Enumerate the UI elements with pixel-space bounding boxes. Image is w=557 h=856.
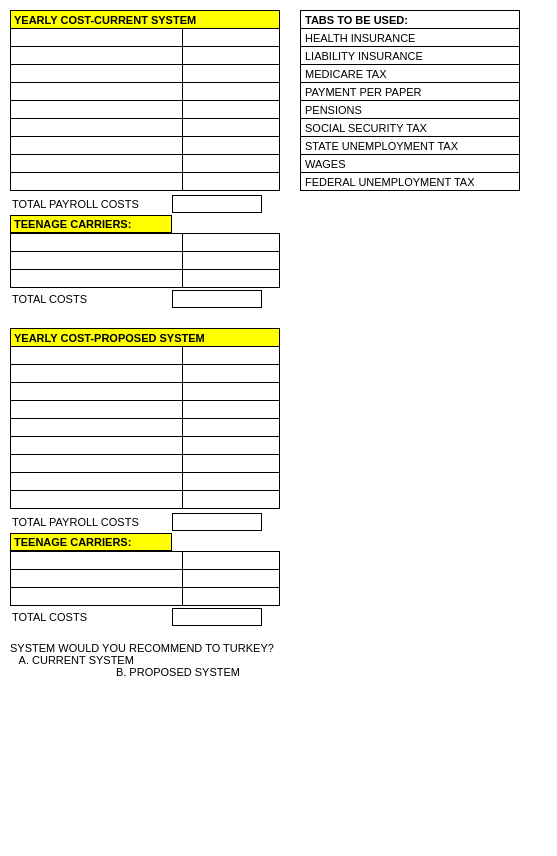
total-payroll-row: TOTAL PAYROLL COSTS <box>10 195 280 213</box>
row-value[interactable] <box>183 234 280 252</box>
table-row <box>11 29 280 47</box>
row-label <box>11 383 183 401</box>
row-value[interactable] <box>183 570 280 588</box>
row-value[interactable] <box>183 419 280 437</box>
row-value[interactable] <box>183 101 280 119</box>
total-costs-value-current[interactable] <box>172 290 262 308</box>
row-value[interactable] <box>183 155 280 173</box>
row-label <box>11 347 183 365</box>
table-row <box>11 155 280 173</box>
row-label <box>11 173 183 191</box>
row-label <box>11 65 183 83</box>
bottom-section: SYSTEM WOULD YOU RECOMMEND TO TURKEY? A.… <box>10 642 280 678</box>
list-item: FEDERAL UNEMPLOYMENT TAX <box>301 173 520 191</box>
row-label <box>11 29 183 47</box>
section-current-system: YEARLY COST-CURRENT SYSTEM TOTAL PAYROLL <box>10 10 280 308</box>
table-row <box>11 473 280 491</box>
row-value[interactable] <box>183 173 280 191</box>
row-label <box>11 552 183 570</box>
row-value[interactable] <box>183 473 280 491</box>
row-label <box>11 270 183 288</box>
recommend-option-a: A. CURRENT SYSTEM <box>19 654 134 666</box>
row-label <box>11 155 183 173</box>
row-label <box>11 401 183 419</box>
tab-pensions: PENSIONS <box>301 101 520 119</box>
table-row <box>11 101 280 119</box>
table-row <box>11 347 280 365</box>
row-label <box>11 588 183 606</box>
row-value[interactable] <box>183 588 280 606</box>
total-costs-label-proposed: TOTAL COSTS <box>10 611 172 623</box>
table-row <box>11 365 280 383</box>
total-payroll-value-proposed[interactable] <box>172 513 262 531</box>
row-label <box>11 83 183 101</box>
list-item: PENSIONS <box>301 101 520 119</box>
list-item: LIABILITY INSURANCE <box>301 47 520 65</box>
recommend-option-b: B. PROPOSED SYSTEM <box>10 666 240 678</box>
total-costs-row-proposed: TOTAL COSTS <box>10 608 280 626</box>
total-payroll-label-proposed: TOTAL PAYROLL COSTS <box>10 516 172 528</box>
row-value[interactable] <box>183 137 280 155</box>
list-item: SOCIAL SECURITY TAX <box>301 119 520 137</box>
row-label <box>11 137 183 155</box>
main-layout: YEARLY COST-CURRENT SYSTEM TOTAL PAYROLL <box>10 10 547 678</box>
table-row <box>11 570 280 588</box>
row-value[interactable] <box>183 29 280 47</box>
table-row <box>11 455 280 473</box>
row-value[interactable] <box>183 491 280 509</box>
row-value[interactable] <box>183 65 280 83</box>
row-value[interactable] <box>183 83 280 101</box>
row-label <box>11 491 183 509</box>
row-value[interactable] <box>183 270 280 288</box>
table-row <box>11 119 280 137</box>
row-value[interactable] <box>183 347 280 365</box>
left-column: YEARLY COST-CURRENT SYSTEM TOTAL PAYROLL <box>10 10 280 678</box>
row-value[interactable] <box>183 455 280 473</box>
table-row <box>11 83 280 101</box>
total-payroll-value[interactable] <box>172 195 262 213</box>
row-value[interactable] <box>183 365 280 383</box>
row-value[interactable] <box>183 383 280 401</box>
tab-state-unemployment-tax: STATE UNEMPLOYMENT TAX <box>301 137 520 155</box>
tab-medicare-tax: MEDICARE TAX <box>301 65 520 83</box>
row-value[interactable] <box>183 552 280 570</box>
table-row <box>11 588 280 606</box>
row-label <box>11 473 183 491</box>
tab-health-insurance: HEALTH INSURANCE <box>301 29 520 47</box>
table-row <box>11 401 280 419</box>
table-row <box>11 383 280 401</box>
table-row <box>11 552 280 570</box>
row-label <box>11 234 183 252</box>
row-value[interactable] <box>183 401 280 419</box>
proposed-system-header: YEARLY COST-PROPOSED SYSTEM <box>11 329 280 347</box>
row-label <box>11 437 183 455</box>
row-value[interactable] <box>183 437 280 455</box>
table-row <box>11 234 280 252</box>
tab-payment-per-paper: PAYMENT PER PAPER <box>301 83 520 101</box>
total-payroll-row-proposed: TOTAL PAYROLL COSTS <box>10 513 280 531</box>
teenage-carriers-header: TEENAGE CARRIERS: <box>10 215 172 233</box>
current-system-header: YEARLY COST-CURRENT SYSTEM <box>11 11 280 29</box>
row-label <box>11 47 183 65</box>
row-label <box>11 455 183 473</box>
table-row <box>11 173 280 191</box>
row-value[interactable] <box>183 119 280 137</box>
row-label <box>11 119 183 137</box>
section-proposed-system: YEARLY COST-PROPOSED SYSTEM TOTAL PAYROL… <box>10 328 280 626</box>
total-costs-value-proposed[interactable] <box>172 608 262 626</box>
row-value[interactable] <box>183 47 280 65</box>
table-row <box>11 47 280 65</box>
table-row <box>11 270 280 288</box>
teenage-carriers-header-proposed: TEENAGE CARRIERS: <box>10 533 172 551</box>
tab-wages: WAGES <box>301 155 520 173</box>
list-item: PAYMENT PER PAPER <box>301 83 520 101</box>
table-row <box>11 137 280 155</box>
row-label <box>11 570 183 588</box>
proposed-system-table: YEARLY COST-PROPOSED SYSTEM <box>10 328 280 509</box>
table-row <box>11 65 280 83</box>
recommend-question: SYSTEM WOULD YOU RECOMMEND TO TURKEY? <box>10 642 274 654</box>
tab-liability-insurance: LIABILITY INSURANCE <box>301 47 520 65</box>
row-value[interactable] <box>183 252 280 270</box>
current-system-table: YEARLY COST-CURRENT SYSTEM <box>10 10 280 191</box>
teenage-table-proposed <box>10 551 280 606</box>
